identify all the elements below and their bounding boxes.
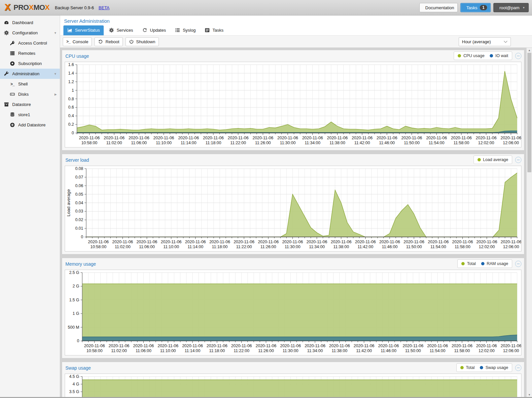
legend-label: Total — [466, 365, 475, 370]
time-range-select[interactable]: Hour (average) — [459, 37, 511, 46]
legend-item-total[interactable]: Total — [461, 261, 476, 266]
panel-title: CPU usage — [65, 53, 89, 59]
svg-text:500 M: 500 M — [68, 325, 79, 330]
svg-text:2020-11-06: 2020-11-06 — [203, 136, 224, 140]
legend-item-io-wait[interactable]: IO wait — [490, 53, 508, 58]
legend-item-cpu-usage[interactable]: CPU usage — [458, 53, 484, 58]
collapse-panel-icon[interactable] — [515, 365, 521, 371]
collapse-panel-icon[interactable] — [515, 53, 521, 59]
legend-item-ram-usage[interactable]: RAM usage — [481, 261, 508, 266]
user-menu-button[interactable]: root@pam ▼ — [493, 3, 529, 12]
collapse-panel-icon[interactable] — [515, 157, 521, 163]
sidebar-item-label: Access Control — [18, 41, 47, 46]
collapse-panel-icon[interactable] — [515, 261, 521, 267]
svg-text:2020-11-06: 2020-11-06 — [427, 344, 448, 348]
legend-item-load-average[interactable]: Load average — [478, 157, 508, 162]
top-header: PROXMOX Backup Server 0.9-6 BETA Documen… — [0, 0, 532, 16]
svg-text:2020-11-06: 2020-11-06 — [452, 344, 473, 348]
logo-wordmark: PROXMOX — [14, 3, 50, 12]
gears-icon — [4, 30, 9, 35]
hdd-icon — [10, 92, 15, 97]
sidebar-item-disks[interactable]: Disks▶ — [0, 89, 60, 99]
svg-text:11:18:00: 11:18:00 — [212, 245, 228, 249]
panel-title: Swap usage — [65, 365, 91, 371]
legend-label: RAM usage — [487, 261, 508, 266]
key-icon — [10, 41, 15, 46]
documentation-button[interactable]: Documentation — [419, 3, 458, 12]
tab-serverstatus[interactable]: ServerStatus — [63, 25, 104, 35]
tab-updates[interactable]: Updates — [138, 25, 170, 35]
sidebar-item-datastore[interactable]: Datastore — [0, 99, 60, 110]
cpu-usage-chart: 00.20.40.60.811.21.41.62020-11-0610:58:0… — [65, 62, 521, 148]
svg-text:3.5 G: 3.5 G — [69, 389, 79, 394]
sidebar-item-shell[interactable]: >_Shell — [0, 79, 60, 89]
lifering-icon — [10, 61, 15, 66]
terminal-icon: >_ — [10, 82, 15, 86]
console-button[interactable]: >_Console — [63, 37, 92, 46]
svg-text:2020-11-06: 2020-11-06 — [88, 240, 109, 244]
svg-text:2020-11-06: 2020-11-06 — [331, 240, 351, 244]
sidebar-item-label: Disks — [18, 92, 29, 97]
reboot-button[interactable]: Reboot — [94, 37, 123, 46]
svg-text:2020-11-06: 2020-11-06 — [228, 136, 249, 140]
server-load-panel: Server loadLoad average00.010.020.030.04… — [62, 154, 524, 254]
sidebar-item-store1[interactable]: store1 — [0, 110, 60, 120]
svg-text:2020-11-06: 2020-11-06 — [109, 344, 129, 348]
svg-text:2020-11-06: 2020-11-06 — [354, 344, 374, 348]
tab-tasks[interactable]: Tasks — [201, 25, 227, 35]
expand-arrow-icon[interactable]: ▶ — [54, 93, 57, 96]
tasks-icon — [205, 28, 210, 33]
sidebar-item-configuration[interactable]: Configuration▼ — [0, 28, 60, 38]
undo-icon — [98, 39, 103, 44]
svg-text:2020-11-06: 2020-11-06 — [451, 136, 472, 140]
svg-text:2020-11-06: 2020-11-06 — [302, 136, 323, 140]
legend-item-swap-usage[interactable]: Swap usage — [480, 365, 508, 370]
sidebar-item-add-datastore[interactable]: Add Datastore — [0, 120, 60, 130]
svg-text:0.08: 0.08 — [75, 166, 83, 171]
svg-text:2020-11-06: 2020-11-06 — [158, 344, 178, 348]
scroll-down-arrow[interactable]: ▼ — [527, 393, 532, 396]
gears-icon — [109, 28, 114, 33]
svg-text:2020-11-06: 2020-11-06 — [304, 344, 325, 348]
scrollbar-thumb[interactable] — [527, 53, 531, 172]
shutdown-button[interactable]: Shutdown — [125, 37, 159, 46]
proxmox-backup-server-page: { "header": { "logo_text": "PROXMOX", "p… — [0, 0, 532, 398]
svg-text:11:42:00: 11:42:00 — [358, 245, 373, 249]
svg-text:11:22:00: 11:22:00 — [230, 141, 246, 145]
vertical-scrollbar[interactable]: ▲ ▼ — [526, 48, 532, 398]
svg-text:2020-11-06: 2020-11-06 — [233, 240, 254, 244]
sidebar-item-label: Configuration — [12, 30, 38, 35]
svg-text:2020-11-06: 2020-11-06 — [84, 344, 105, 348]
svg-text:11:02:00: 11:02:00 — [106, 141, 122, 145]
cpu-usage-panel-header: CPU usageCPU usageIO wait — [62, 50, 524, 62]
server-load-legend: Load average — [474, 155, 512, 164]
sidebar-item-administration[interactable]: Administration▼ — [0, 69, 60, 79]
svg-text:0: 0 — [72, 131, 74, 135]
swap-usage-chart: 0500 M1 G1.5 G2 G2.5 G3 G3.5 G4 G4.5 G20… — [65, 374, 521, 398]
plus-circle-icon — [10, 122, 15, 127]
svg-text:11:54:00: 11:54:00 — [429, 141, 444, 145]
svg-text:11:30:00: 11:30:00 — [280, 141, 296, 145]
beta-link[interactable]: BETA — [99, 5, 110, 10]
collapse-arrow-icon[interactable]: ▼ — [54, 72, 57, 76]
button-label: Shutdown — [136, 39, 155, 44]
svg-text:2020-11-06: 2020-11-06 — [306, 240, 327, 244]
sidebar-item-remotes[interactable]: Remotes — [0, 48, 60, 58]
collapse-arrow-icon[interactable]: ▼ — [54, 31, 57, 35]
sidebar-item-subscription[interactable]: Subscription — [0, 58, 60, 69]
svg-text:2020-11-06: 2020-11-06 — [136, 240, 157, 244]
tab-syslog[interactable]: Syslog — [171, 25, 199, 35]
svg-text:11:50:00: 11:50:00 — [406, 245, 422, 249]
sidebar-item-dashboard[interactable]: Dashboard — [0, 17, 60, 28]
tab-label: Syslog — [183, 28, 195, 33]
svg-text:2020-11-06: 2020-11-06 — [352, 136, 372, 140]
scroll-up-arrow[interactable]: ▲ — [527, 49, 532, 52]
legend-item-total[interactable]: Total — [460, 365, 475, 370]
tasks-button[interactable]: Tasks 1 — [460, 3, 491, 12]
svg-text:2020-11-06: 2020-11-06 — [476, 136, 497, 140]
panel-title: Server load — [65, 157, 89, 163]
tab-services[interactable]: Services — [105, 25, 137, 35]
sidebar-item-access-control[interactable]: Access Control — [0, 38, 60, 48]
svg-text:1.6: 1.6 — [68, 62, 74, 67]
wrench-icon — [4, 71, 9, 76]
